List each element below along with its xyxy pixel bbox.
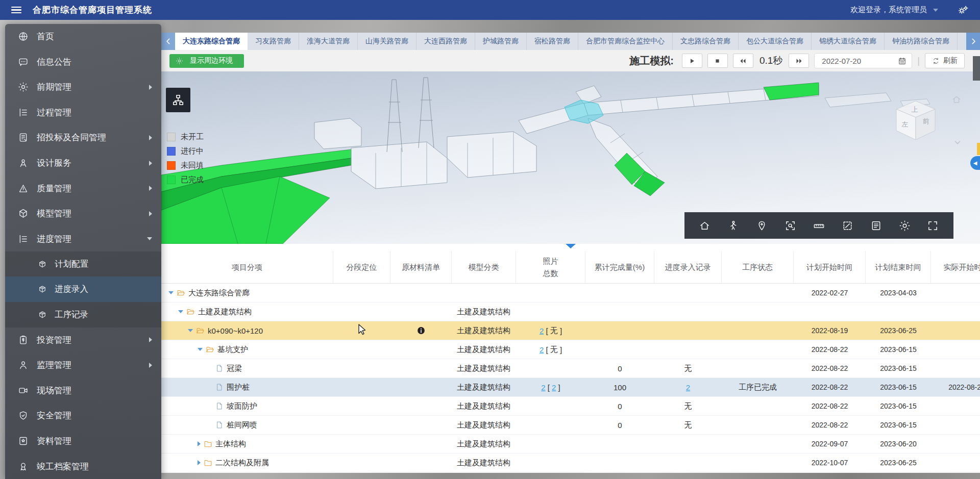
sidebar-item-plan-config[interactable]: 计划配置 bbox=[5, 251, 161, 277]
model-tree-button[interactable] bbox=[166, 88, 190, 112]
tree-expand-caret[interactable] bbox=[188, 329, 193, 332]
tab-1[interactable]: 习友路管廊 bbox=[248, 33, 299, 50]
table-row[interactable]: 土建及建筑结构土建及建筑结构 bbox=[161, 302, 980, 321]
tree-expand-caret[interactable] bbox=[198, 348, 203, 351]
tree-collapse-caret[interactable] bbox=[198, 441, 201, 446]
tab-10[interactable]: 锦绣大道综合管廊 bbox=[812, 33, 885, 50]
sidebar-item-data-mgmt[interactable]: 资料管理 bbox=[5, 428, 161, 454]
tab-4[interactable]: 大连西路管廊 bbox=[416, 33, 475, 50]
view-cube-front-label[interactable]: 前 bbox=[923, 117, 929, 125]
tree-collapse-caret[interactable] bbox=[198, 460, 201, 465]
table-row[interactable]: 桩间网喷土建及建筑结构0无2022-08-222023-06-15 bbox=[161, 416, 980, 435]
cell-material-list bbox=[390, 284, 452, 302]
sidebar-item-progress-entry[interactable]: 进度录入 bbox=[5, 276, 161, 302]
sidebar-item-site-mgmt[interactable]: 现场管理 bbox=[5, 378, 161, 404]
vp-tool-section[interactable] bbox=[839, 217, 856, 234]
home-icon bbox=[699, 220, 710, 232]
sidebar-item-quality-mgmt[interactable]: 质量管理 bbox=[5, 175, 161, 201]
gear-icon bbox=[176, 57, 183, 65]
vp-tool-home[interactable] bbox=[696, 217, 714, 234]
plan-start-text: 2022-02-27 bbox=[812, 289, 848, 297]
vp-tool-zoom-select[interactable] bbox=[782, 217, 799, 234]
sidebar-item-bidding-contract-mgmt[interactable]: 招投标及合同管理 bbox=[5, 125, 161, 150]
table-row[interactable]: 围护桩土建及建筑结构2 [ 2 ]1002工序已完成2022-08-222023… bbox=[161, 378, 980, 397]
scrollbar-thumb[interactable] bbox=[973, 56, 980, 81]
table-row[interactable]: 二次结构及附属土建及建筑结构2022-10-072023-06-25 bbox=[161, 453, 980, 472]
progress-record-text: 无 bbox=[684, 364, 692, 373]
sidebar-item-home[interactable]: 首页 bbox=[5, 24, 161, 49]
cell-progress-records bbox=[654, 340, 722, 359]
table-row[interactable]: k0+090~k0+120土建及建筑结构2 [ 无 ]2022-08-19202… bbox=[161, 321, 980, 340]
tabs-scroll-left-button[interactable] bbox=[161, 33, 175, 50]
hamburger-menu-icon[interactable] bbox=[11, 7, 21, 14]
tab-3[interactable]: 山海关路管廊 bbox=[358, 33, 416, 50]
tree-expand-caret[interactable] bbox=[178, 310, 183, 313]
vp-tool-list-panel[interactable] bbox=[867, 217, 885, 234]
contract-icon bbox=[18, 132, 29, 143]
sidebar-item-label: 竣工档案管理 bbox=[37, 461, 89, 472]
vp-tool-pin-add[interactable] bbox=[753, 217, 771, 234]
sidebar-item-supervision-mgmt[interactable]: 监理管理 bbox=[5, 352, 161, 378]
complete-pct-text: 0 bbox=[618, 402, 622, 411]
cube-icon bbox=[18, 208, 29, 219]
sidebar-item-pre-phase-mgmt[interactable]: 前期管理 bbox=[5, 74, 161, 100]
table-row[interactable]: 坡面防护土建及建筑结构0无2022-08-222023-06-15 bbox=[161, 397, 980, 416]
globe-icon-wrap bbox=[17, 31, 29, 42]
sidebar-item-process-record[interactable]: 工序记录 bbox=[5, 302, 161, 327]
vp-tool-fullscreen[interactable] bbox=[924, 217, 942, 234]
project-item-name: 桩间网喷 bbox=[227, 420, 257, 430]
sidebar-item-model-mgmt[interactable]: 模型管理 bbox=[5, 201, 161, 226]
sidebar-item-process-mgmt[interactable]: 过程管理 bbox=[5, 100, 161, 125]
photo-bracket-link[interactable]: 2 bbox=[552, 383, 556, 392]
bim-viewport[interactable]: 未开工进行中未回填已完成 上 左 前 ◀ bbox=[161, 71, 980, 244]
user-menu[interactable]: 欢迎登录，系统管理员 bbox=[850, 5, 969, 16]
table-row[interactable]: 主体结构土建及建筑结构2022-09-072023-06-20 bbox=[161, 435, 980, 453]
vp-tool-measure[interactable] bbox=[810, 217, 827, 234]
tab-0[interactable]: 大连东路综合管廊 bbox=[175, 33, 248, 50]
collapse-viewport-handle[interactable] bbox=[566, 244, 576, 248]
simulation-date-input[interactable]: 2022-07-20 bbox=[814, 53, 912, 68]
cell-photo-total bbox=[516, 435, 585, 453]
table-row[interactable]: 冠梁土建及建筑结构0无2022-08-222023-06-15 bbox=[161, 359, 980, 378]
stop-button[interactable] bbox=[707, 54, 728, 68]
cell-material-list bbox=[390, 302, 452, 321]
tab-2[interactable]: 淮海大道管廊 bbox=[299, 33, 358, 50]
tab-5[interactable]: 护城路管廊 bbox=[475, 33, 527, 50]
photo-count-link[interactable]: 2 bbox=[540, 345, 544, 354]
tab-11[interactable]: 钟油坊路综合管廊 bbox=[885, 33, 958, 50]
tab-9[interactable]: 包公大道综合管廊 bbox=[739, 33, 812, 50]
home-view-icon[interactable] bbox=[951, 94, 962, 107]
settings-gears-button[interactable] bbox=[958, 5, 969, 16]
vp-tool-settings[interactable] bbox=[896, 217, 913, 234]
fast-forward-button[interactable] bbox=[789, 54, 809, 68]
sidebar-item-safety-mgmt[interactable]: 安全管理 bbox=[5, 403, 161, 428]
show-environment-button[interactable]: 显示周边环境 bbox=[169, 54, 244, 68]
progress-record-link[interactable]: 2 bbox=[686, 383, 690, 392]
sidebar-item-design-service[interactable]: 设计服务 bbox=[5, 150, 161, 176]
cell-complete-pct: 0 bbox=[585, 359, 654, 377]
info-icon-wrap[interactable] bbox=[416, 326, 426, 335]
cell-progress-records bbox=[654, 435, 722, 453]
tab-7[interactable]: 合肥市管廊综合监控中心 bbox=[578, 33, 673, 50]
photo-bracket-text: 无 bbox=[550, 345, 558, 355]
tabs-scroll-right-button[interactable] bbox=[966, 33, 980, 50]
table-row[interactable]: 大连东路综合管廊2022-02-272023-04-03 bbox=[161, 284, 980, 302]
vp-tool-walk[interactable] bbox=[725, 217, 742, 234]
view-cube[interactable]: 上 左 前 bbox=[890, 97, 941, 148]
rewind-button[interactable] bbox=[733, 54, 753, 68]
view-cube-top-label[interactable]: 上 bbox=[912, 106, 918, 113]
view-cube-left-label[interactable]: 左 bbox=[902, 120, 909, 128]
sidebar-item-progress-mgmt[interactable]: 进度管理 bbox=[5, 226, 161, 251]
tab-6[interactable]: 宿松路管廊 bbox=[527, 33, 578, 50]
photo-count-link[interactable]: 2 bbox=[540, 326, 544, 335]
tab-8[interactable]: 文忠路综合管廊 bbox=[673, 33, 739, 50]
chevron-down-icon[interactable] bbox=[953, 138, 962, 149]
sidebar-item-info-bulletin[interactable]: 信息公告 bbox=[5, 49, 161, 75]
table-row[interactable]: 基坑支护土建及建筑结构2 [ 无 ]2022-08-222023-06-15 bbox=[161, 340, 980, 359]
sidebar-item-completion-archive-mgmt[interactable]: 竣工档案管理 bbox=[5, 453, 161, 479]
photo-count-link[interactable]: 2 bbox=[541, 383, 545, 392]
sidebar-item-investment-mgmt[interactable]: 投资管理 bbox=[5, 327, 161, 353]
play-button[interactable] bbox=[682, 54, 702, 68]
refresh-button[interactable]: 刷新 bbox=[925, 53, 965, 68]
tree-expand-caret[interactable] bbox=[168, 291, 174, 294]
